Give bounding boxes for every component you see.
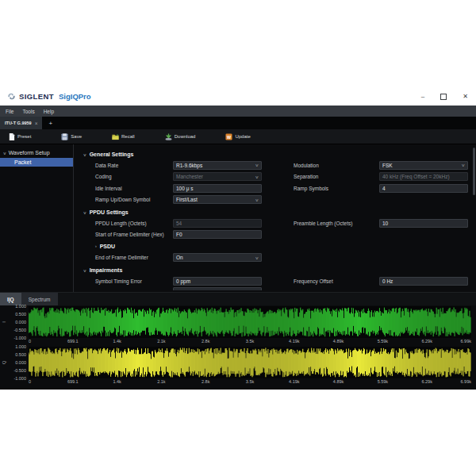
clipped-next-field bbox=[74, 287, 476, 290]
data-rate-select[interactable]: R1-9.6kbps∨ bbox=[173, 161, 262, 170]
main-content: ∨ Waveform Setup Packet ∨ General Settin… bbox=[0, 144, 476, 292]
preset-button[interactable]: Preset bbox=[8, 133, 31, 140]
x-tick-label: 2.8k bbox=[202, 339, 209, 344]
separation-field: 40 kHz (Freq Offset = 20kHz) bbox=[379, 172, 468, 181]
x-tick-label: 699.1 bbox=[67, 339, 79, 344]
x-tick-label: 4.19k bbox=[289, 379, 299, 384]
update-button[interactable]: W Update bbox=[225, 133, 250, 140]
y-tick-label: -1.000 bbox=[13, 376, 26, 381]
x-tick-label: 2.1k bbox=[157, 339, 165, 344]
section-impairments[interactable]: ∨ Impairments bbox=[74, 265, 476, 275]
menu-tools[interactable]: Tools bbox=[22, 109, 34, 114]
field-label: Separation bbox=[294, 174, 379, 179]
x-tick-label: 3.5k bbox=[246, 379, 254, 384]
row-sfd: Start of Frame Delimiter (Hex) F0 bbox=[74, 229, 476, 241]
field-label: Modulation bbox=[294, 163, 379, 168]
section-ppdu-settings[interactable]: ∨ PPDU Settings bbox=[74, 207, 476, 217]
app-window: SIGLENT SigIQPro – ✕ File Tools Help ITU… bbox=[0, 87, 476, 389]
ramp-symbols-field[interactable]: 4 bbox=[379, 184, 468, 193]
waveform-i-canvas[interactable] bbox=[29, 306, 471, 338]
row-idle-ramp: Idle Interval 100 μ s Ramp Symbols 4 bbox=[74, 182, 476, 194]
modulation-select[interactable]: FSK∨ bbox=[379, 161, 468, 170]
recall-button[interactable]: Recall bbox=[112, 133, 135, 140]
row-coding-separation: Coding Manchester∨ Separation 40 kHz (Fr… bbox=[74, 171, 476, 183]
siglent-logo-icon bbox=[6, 91, 17, 102]
save-button[interactable]: Save bbox=[61, 133, 82, 140]
settings-scrollbar[interactable] bbox=[473, 148, 475, 195]
x-tick-label: 0 bbox=[29, 339, 31, 344]
download-button[interactable]: Download bbox=[165, 133, 196, 140]
y-axis-title-i: I bbox=[0, 306, 8, 338]
y-tick-label: -0.500 bbox=[13, 328, 26, 332]
idle-interval-field[interactable]: 100 μ s bbox=[173, 184, 262, 193]
chevron-down-icon: ∨ bbox=[255, 198, 259, 202]
menu-file[interactable]: File bbox=[6, 109, 13, 114]
folder-icon bbox=[112, 133, 119, 140]
x-tick-label: 2.8k bbox=[202, 379, 209, 384]
x-tick-label: 5.59k bbox=[378, 339, 388, 344]
x-tick-label: 2.1k bbox=[157, 379, 165, 384]
field-label: Coding bbox=[95, 174, 173, 179]
field-label: Preamble Length (Octets) bbox=[294, 221, 379, 226]
x-tick-label: 4.89k bbox=[333, 379, 344, 384]
chevron-down-icon: ∨ bbox=[2, 151, 6, 155]
chevron-down-icon: ∨ bbox=[255, 255, 259, 260]
tab-close-icon[interactable]: × bbox=[35, 121, 38, 126]
preamble-length-field[interactable]: 10 bbox=[379, 219, 468, 228]
field-label: Ramp Symbols bbox=[294, 186, 379, 191]
y-axis-labels: 1.0000.5000.000-0.500-1.000 bbox=[8, 347, 29, 378]
y-tick-label: 0.000 bbox=[15, 320, 26, 324]
maximize-button[interactable] bbox=[440, 94, 447, 100]
close-button[interactable]: ✕ bbox=[463, 94, 468, 100]
symbol-timing-error-field[interactable]: 0 ppm bbox=[173, 277, 262, 286]
x-tick-label: 6.29k bbox=[421, 339, 432, 344]
x-axis-labels: 0699.11.4k2.1k2.8k3.5k4.19k4.89k5.59k6.2… bbox=[29, 338, 471, 346]
coding-select: Manchester∨ bbox=[173, 172, 262, 181]
x-tick-label: 1.4k bbox=[113, 379, 121, 384]
waveform-q-canvas[interactable] bbox=[29, 347, 471, 378]
tab-spectrum[interactable]: Spectrum bbox=[21, 293, 58, 305]
y-axis-labels: 1.0000.5000.000-0.500-1.000 bbox=[8, 306, 29, 338]
x-tick-label: 6.29k bbox=[421, 379, 432, 384]
window-controls: – ✕ bbox=[421, 87, 468, 106]
waveform-tree: ∨ Waveform Setup Packet bbox=[0, 144, 74, 292]
section-psdu[interactable]: › PSDU bbox=[74, 240, 476, 252]
tree-root-waveform-setup[interactable]: ∨ Waveform Setup bbox=[0, 148, 73, 157]
plot-q: Q 1.0000.5000.000-0.500-1.000 0699.11.4k… bbox=[0, 347, 476, 387]
plot-panel: I|Q Spectrum I 1.0000.5000.000-0.500-1.0… bbox=[0, 292, 476, 390]
x-tick-label: 1.4k bbox=[113, 339, 121, 344]
row-eofd: End of Frame Delimiter On∨ bbox=[74, 252, 476, 264]
toolbar: Preset Save Recall Download W Update bbox=[0, 129, 476, 144]
field-label: Frequency Offset bbox=[294, 278, 379, 284]
tree-item-packet[interactable]: Packet bbox=[0, 158, 73, 167]
minimize-button[interactable]: – bbox=[421, 94, 424, 100]
sfd-field[interactable]: F0 bbox=[173, 230, 262, 239]
download-arrow-icon bbox=[165, 133, 172, 140]
plot-i: I 1.0000.5000.000-0.500-1.000 0699.11.4k… bbox=[0, 306, 476, 347]
ramp-updown-select[interactable]: First/Last∨ bbox=[173, 195, 262, 204]
y-tick-label: 0.000 bbox=[15, 360, 26, 365]
field-label: Idle Interval bbox=[95, 186, 173, 191]
y-tick-label: 0.500 bbox=[15, 312, 26, 317]
plot-tab-bar: I|Q Spectrum bbox=[0, 293, 476, 305]
document-icon bbox=[8, 133, 15, 140]
frequency-offset-field[interactable]: 0 Hz bbox=[379, 277, 468, 286]
y-tick-label: 1.000 bbox=[15, 344, 26, 349]
menu-help[interactable]: Help bbox=[44, 109, 54, 114]
eofd-select[interactable]: On∨ bbox=[173, 253, 262, 262]
field-label: Ramp Up/Down Symbol bbox=[95, 197, 173, 202]
section-general-settings[interactable]: ∨ General Settings bbox=[74, 149, 476, 159]
add-tab-button[interactable]: + bbox=[42, 117, 59, 129]
chevron-down-icon: ∨ bbox=[255, 163, 259, 167]
chevron-down-icon: ∨ bbox=[255, 175, 259, 179]
chevron-right-icon: › bbox=[95, 244, 97, 248]
chevron-down-icon: ∨ bbox=[462, 163, 466, 167]
x-axis-labels: 0699.11.4k2.1k2.8k3.5k4.19k4.89k5.59k6.2… bbox=[29, 378, 471, 386]
document-tab-bar: ITU-T G.9959 × + bbox=[0, 117, 476, 129]
floppy-disk-icon bbox=[61, 133, 68, 140]
row-data-rate-modulation: Data Rate R1-9.6kbps∨ Modulation FSK∨ bbox=[74, 159, 476, 171]
y-tick-label: 1.000 bbox=[15, 304, 26, 309]
tab-itu-t-g9959[interactable]: ITU-T G.9959 × bbox=[0, 117, 42, 129]
row-ppdu-preamble: PPDU Length (Octets) 54 Preamble Length … bbox=[74, 217, 476, 229]
x-tick-label: 0 bbox=[29, 379, 31, 384]
